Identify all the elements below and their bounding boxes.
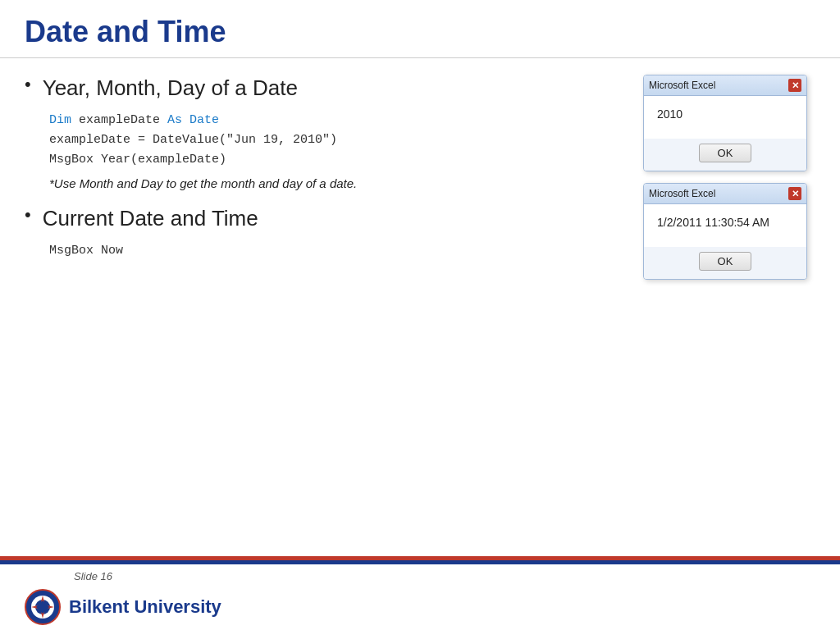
code-var-name: exampleDate: [79, 113, 167, 127]
dialog-1-body: 2010: [644, 96, 806, 139]
bullet-section-2: • Current Date and Time MsgBox Now: [25, 205, 627, 261]
note-text-1: *Use Month and Day to get the month and …: [49, 176, 627, 190]
excel-dialog-1: Microsoft Excel ✕ 2010 OK: [643, 75, 807, 171]
code-msgbox-now: MsgBox Now: [49, 244, 123, 258]
excel-dialog-2: Microsoft Excel ✕ 1/2/2011 11:30:54 AM O…: [643, 183, 807, 280]
right-column: Microsoft Excel ✕ 2010 OK Microsoft Exce…: [643, 75, 815, 541]
page-title: Date and Time: [0, 0, 840, 58]
code-block-2: MsgBox Now: [49, 241, 627, 261]
dialog-1-value: 2010: [657, 107, 793, 121]
dialog-1-title: Microsoft Excel: [649, 80, 715, 91]
dialog-2-close-button[interactable]: ✕: [788, 187, 801, 200]
code-line-2: exampleDate = DateValue("Jun 19, 2010"): [49, 133, 337, 147]
dialog-1-titlebar: Microsoft Excel ✕: [644, 75, 806, 96]
dialog-2-body: 1/2/2011 11:30:54 AM: [644, 204, 806, 247]
code-block-1: Dim exampleDate As Date exampleDate = Da…: [49, 111, 627, 170]
dialog-2-title: Microsoft Excel: [649, 188, 715, 199]
bullet-label-1: Year, Month, Day of a Date: [43, 75, 298, 103]
dialog-1-ok-button[interactable]: OK: [699, 144, 752, 162]
left-column: • Year, Month, Day of a Date Dim example…: [25, 75, 643, 541]
bullet-item-1: • Year, Month, Day of a Date: [25, 75, 627, 103]
dialog-1-close-button[interactable]: ✕: [788, 79, 801, 92]
dialog-2-titlebar: Microsoft Excel ✕: [644, 184, 806, 204]
dialog-1-footer: OK: [644, 139, 806, 171]
bullet-section-1: • Year, Month, Day of a Date Dim example…: [25, 75, 627, 190]
university-logo: [25, 589, 61, 625]
dialog-2-footer: OK: [644, 247, 806, 279]
dialog-2-ok-button[interactable]: OK: [699, 252, 752, 271]
bullet-dot-1: •: [25, 73, 31, 97]
bullet-item-2: • Current Date and Time: [25, 205, 627, 233]
code-line-3: MsgBox Year(exampleDate): [49, 153, 226, 167]
dialog-2-value: 1/2/2011 11:30:54 AM: [657, 216, 793, 229]
main-content: • Year, Month, Day of a Date Dim example…: [0, 58, 840, 541]
bullet-dot-2: •: [25, 203, 31, 227]
svg-point-2: [35, 600, 50, 614]
code-dim-keyword: Dim: [49, 113, 79, 127]
slide-number: Slide 16: [74, 570, 112, 582]
university-branding: Bilkent University: [25, 589, 221, 625]
bullet-label-2: Current Date and Time: [43, 205, 258, 233]
footer: Slide 16 Bilkent University: [0, 556, 840, 630]
footer-content: Slide 16 Bilkent University: [0, 564, 840, 630]
code-as-date-keyword: As Date: [167, 113, 219, 127]
university-name: Bilkent University: [69, 596, 221, 618]
